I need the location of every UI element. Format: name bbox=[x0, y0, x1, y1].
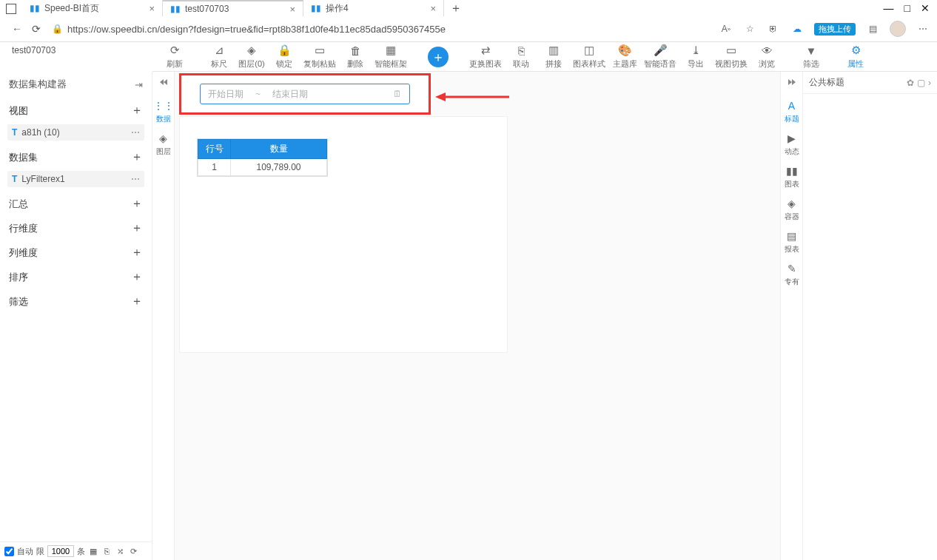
chart-icon: ▮▮ bbox=[170, 4, 181, 14]
section-sort: 排序 bbox=[9, 271, 28, 284]
tool-copy-paste[interactable]: ▭复制粘贴 bbox=[300, 44, 339, 70]
rail-special[interactable]: ✎专有 bbox=[785, 262, 799, 287]
clipboard-icon: ▭ bbox=[315, 44, 325, 57]
tool-link[interactable]: ⎘联动 bbox=[505, 44, 537, 70]
text-size-icon[interactable]: A» bbox=[719, 22, 733, 36]
table-row[interactable]: 1 109,789.00 bbox=[198, 159, 327, 176]
browser-tab[interactable]: ▮▮ 操作4 × bbox=[303, 0, 444, 16]
copy-icon[interactable]: ⎘ bbox=[101, 546, 112, 556]
expand-icon[interactable] bbox=[788, 76, 796, 87]
separator: ~ bbox=[255, 89, 261, 99]
collections-icon[interactable]: ▤ bbox=[866, 22, 879, 36]
tool-smart-frame[interactable]: ▦智能框架 bbox=[372, 44, 410, 70]
tool-change-chart[interactable]: ⇄更换图表 bbox=[466, 44, 505, 70]
rail-layer[interactable]: ◈图层 bbox=[156, 132, 171, 157]
chart-icon: ▮▮ bbox=[30, 3, 40, 13]
tool-theme[interactable]: 🎨主题库 bbox=[608, 44, 641, 70]
tool-filter[interactable]: ▼筛选 bbox=[795, 44, 827, 70]
mic-icon: 🎤 bbox=[654, 44, 668, 57]
shuffle-icon[interactable]: ⤮ bbox=[115, 546, 125, 556]
rail-title[interactable]: A标题 bbox=[785, 99, 799, 124]
tool-refresh[interactable]: ⟳刷新 bbox=[158, 44, 191, 70]
plus-icon[interactable]: ＋ bbox=[131, 294, 143, 309]
tool-delete[interactable]: 🗑删除 bbox=[339, 44, 372, 70]
reload-icon[interactable]: ⟳ bbox=[128, 546, 138, 556]
table-header: 行号 bbox=[198, 140, 231, 159]
more-icon[interactable]: ⋯ bbox=[131, 174, 140, 184]
rail-report[interactable]: ▤报表 bbox=[785, 229, 799, 254]
text-icon: A bbox=[785, 99, 799, 112]
layout-icon[interactable]: ▦ bbox=[88, 546, 98, 556]
more-icon[interactable]: ⋯ bbox=[916, 22, 930, 36]
new-tab-icon[interactable]: ＋ bbox=[450, 1, 462, 16]
plus-icon[interactable]: ＋ bbox=[131, 245, 143, 260]
style-icon: ◫ bbox=[584, 44, 594, 57]
plus-icon: ＋ bbox=[428, 47, 449, 67]
section-row-dim: 行维度 bbox=[9, 222, 38, 235]
tool-join[interactable]: ▥拼接 bbox=[537, 44, 570, 70]
shield-icon[interactable]: ⛨ bbox=[767, 22, 780, 36]
plus-icon[interactable]: ＋ bbox=[131, 149, 143, 165]
tool-layer[interactable]: ◈图层(0) bbox=[235, 44, 268, 70]
tool-voice[interactable]: 🎤智能语音 bbox=[641, 44, 679, 70]
plus-icon[interactable]: ＋ bbox=[131, 220, 143, 236]
app-menu-icon[interactable] bbox=[6, 4, 16, 14]
highlight-frame: 开始日期 ~ 结束日期 🗓 bbox=[179, 73, 431, 115]
tool-preview[interactable]: 👁浏览 bbox=[750, 44, 783, 70]
auto-checkbox[interactable] bbox=[4, 547, 14, 556]
favorite-icon[interactable]: ☆ bbox=[743, 22, 756, 36]
lock-icon: 🔒 bbox=[278, 44, 292, 57]
refresh-icon[interactable]: ⟳ bbox=[27, 19, 46, 38]
browser-tab[interactable]: ▮▮ Speed-BI首页 × bbox=[22, 0, 163, 16]
table-header: 数量 bbox=[231, 140, 327, 159]
address-bar[interactable]: 🔒 https://ow.speedbi.cn/design?fdesign=t… bbox=[52, 24, 713, 35]
avatar[interactable] bbox=[890, 21, 906, 37]
tool-add[interactable]: ＋ bbox=[422, 47, 454, 67]
win-close-icon[interactable]: ✕ bbox=[921, 2, 930, 14]
chevron-right-icon[interactable]: › bbox=[928, 78, 931, 88]
date-range-picker[interactable]: 开始日期 ~ 结束日期 🗓 bbox=[200, 84, 410, 104]
eye-icon: 👁 bbox=[762, 44, 773, 57]
rail-data[interactable]: ⋮⋮数据 bbox=[156, 99, 171, 124]
tool-export[interactable]: ⤓导出 bbox=[679, 44, 712, 70]
start-date-placeholder: 开始日期 bbox=[208, 88, 244, 101]
plus-icon[interactable]: ＋ bbox=[131, 196, 143, 212]
close-icon[interactable]: × bbox=[430, 3, 436, 14]
pen-icon: ✎ bbox=[785, 262, 799, 275]
rail-container[interactable]: ◈容器 bbox=[785, 197, 799, 222]
tool-view-switch[interactable]: ▭视图切换 bbox=[712, 44, 750, 70]
trash-icon: 🗑 bbox=[350, 44, 361, 57]
cloud-icon[interactable]: ☁ bbox=[790, 22, 804, 36]
tool-property[interactable]: ⚙属性 bbox=[839, 44, 872, 70]
tab-label: Speed-BI首页 bbox=[44, 2, 99, 15]
text-field-icon: T bbox=[12, 174, 17, 184]
palette-icon: 🎨 bbox=[618, 44, 632, 57]
tool-lock[interactable]: 🔒锁定 bbox=[268, 44, 300, 70]
close-icon[interactable]: × bbox=[289, 4, 295, 15]
upload-pill[interactable]: 拖拽上传 bbox=[814, 23, 856, 36]
rail-dynamic[interactable]: ▶动态 bbox=[785, 132, 799, 157]
section-col-dim: 列维度 bbox=[9, 246, 38, 260]
limit-input[interactable] bbox=[47, 545, 74, 557]
plus-icon[interactable]: ＋ bbox=[131, 269, 143, 285]
rail-chart[interactable]: ▮▮图表 bbox=[785, 164, 799, 189]
minimize-icon[interactable]: — bbox=[884, 2, 894, 14]
tab-label: test070703 bbox=[185, 4, 229, 14]
square-icon[interactable]: ▢ bbox=[917, 78, 925, 88]
dataset-item[interactable]: TLyFilterex1⋯ bbox=[7, 171, 144, 187]
close-icon[interactable]: × bbox=[149, 3, 155, 14]
gear-icon[interactable]: ✿ bbox=[907, 78, 914, 88]
text-field-icon: T bbox=[12, 127, 17, 138]
plus-icon[interactable]: ＋ bbox=[131, 103, 143, 118]
tool-chart-style[interactable]: ◫图表样式 bbox=[570, 44, 608, 70]
data-table[interactable]: 行号 数量 1 109,789.00 bbox=[197, 138, 328, 177]
back-icon[interactable]: ← bbox=[7, 19, 27, 38]
tool-ruler[interactable]: ⊿标尺 bbox=[203, 44, 235, 70]
more-icon[interactable]: ⋯ bbox=[131, 127, 140, 138]
maximize-icon[interactable]: □ bbox=[904, 2, 910, 14]
data-icon: ⋮⋮ bbox=[157, 99, 170, 112]
browser-tab[interactable]: ▮▮ test070703 × bbox=[163, 0, 303, 16]
collapse-left-icon[interactable]: ⇥ bbox=[135, 79, 143, 90]
view-item[interactable]: Ta81h (10)⋯ bbox=[7, 124, 144, 141]
collapse-icon[interactable] bbox=[160, 76, 167, 87]
